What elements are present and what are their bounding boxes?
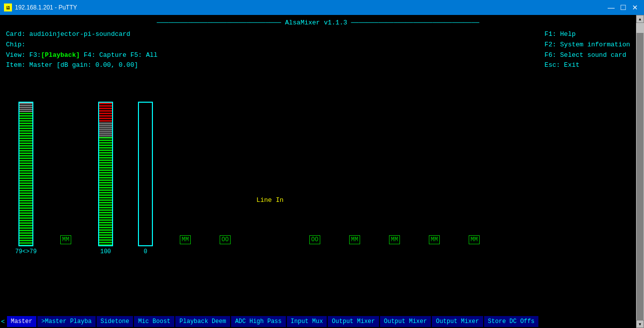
- header-left: Card: audioinjector-pi-soundcard Chip: V…: [6, 29, 157, 79]
- view-line: View: F3:[Playback] F4: Capture F5: All: [6, 50, 157, 61]
- tab-playback-deem[interactable]: Playback Deem: [175, 316, 230, 327]
- status-mm-2: MM: [180, 235, 191, 244]
- status-mm-6: MM: [469, 235, 480, 244]
- card-value: audioinjector-pi-soundcard: [29, 30, 130, 38]
- tab-adc-high-pass[interactable]: ADC High Pass: [231, 316, 286, 327]
- minimize-button[interactable]: —: [606, 2, 616, 12]
- terminal: ──────────────────────────────── AlsaMix…: [0, 15, 644, 328]
- item-value: Master [dB gain: 0.00, 0.00]: [29, 61, 138, 69]
- card-label: Card:: [6, 30, 25, 38]
- tab-output-mixer-2[interactable]: Output Mixer: [380, 316, 431, 327]
- window-title: 192.168.1.201 - PuTTY: [15, 4, 77, 11]
- line-in-label: Line In: [257, 196, 284, 204]
- fader-mic-boost[interactable]: [138, 102, 153, 246]
- view-f3-val: [Playback]: [41, 51, 80, 59]
- terminal-main[interactable]: ──────────────────────────────── AlsaMix…: [0, 15, 636, 328]
- master-level: 79<>79: [15, 248, 36, 255]
- chip-line: Chip:: [6, 40, 157, 50]
- tab-mic-boost[interactable]: Mic Boost: [134, 316, 174, 327]
- channel-output-mixer-3: MM: [414, 97, 454, 255]
- title-bar-left: 🖥 192.168.1.201 - PuTTY: [4, 3, 77, 11]
- view-f4: F4: Capture: [84, 51, 127, 59]
- channel-output-mixer-2: MM: [375, 97, 414, 255]
- help-f1: F1: Help: [544, 29, 630, 40]
- scrollbar-thumb[interactable]: [637, 23, 644, 33]
- close-button[interactable]: ✕: [630, 2, 640, 12]
- header-right: F1: Help F2: System information F6: Sele…: [544, 29, 630, 79]
- chip-label: Chip:: [6, 41, 25, 48]
- status-oo-1: OO: [220, 235, 231, 244]
- status-mm-5: MM: [429, 235, 440, 244]
- sidetone-level: 100: [100, 248, 111, 255]
- tab-output-mixer-1[interactable]: Output Mixer: [328, 316, 379, 327]
- channels-area: 79<>79 MM 100: [6, 81, 630, 270]
- channel-output-mixer-1: MM: [335, 97, 375, 255]
- help-f2: F2: System information: [544, 40, 630, 50]
- view-f5: F5: All: [130, 51, 158, 59]
- view-label: View:: [6, 51, 25, 59]
- maximize-button[interactable]: ☐: [618, 2, 628, 12]
- tab-master-playba[interactable]: >Master Playba: [37, 316, 96, 327]
- tab-sidetone[interactable]: Sidetone: [97, 316, 133, 327]
- fader-sidetone[interactable]: [98, 102, 113, 246]
- tab-input-mux[interactable]: Input Mux: [287, 316, 327, 327]
- scrollbar: ▲ ▼: [636, 15, 644, 328]
- channel-master: 79<>79: [6, 102, 46, 255]
- title-bar: 🖥 192.168.1.201 - PuTTY — ☐ ✕: [0, 0, 644, 15]
- help-esc: Esc: Exit: [544, 60, 630, 71]
- channel-master-playback: MM: [46, 97, 86, 255]
- channel-input-mux: OO: [295, 97, 335, 255]
- header-section: Card: audioinjector-pi-soundcard Chip: V…: [6, 29, 630, 79]
- scrollbar-down-button[interactable]: ▼: [636, 320, 644, 328]
- alsamixer-title: ──────────────────────────────── AlsaMix…: [6, 19, 630, 26]
- fader-master[interactable]: [18, 102, 33, 246]
- scrollbar-track: [637, 23, 644, 320]
- channel-line-in: Line In: [245, 97, 295, 255]
- scrollbar-up-button[interactable]: ▲: [636, 15, 644, 23]
- channel-playback-deem: MM: [165, 97, 205, 255]
- card-line: Card: audioinjector-pi-soundcard: [6, 29, 157, 40]
- tab-output-mixer-3[interactable]: Output Mixer: [432, 316, 483, 327]
- status-mm-3: MM: [349, 235, 360, 244]
- putty-icon: 🖥: [4, 3, 12, 11]
- item-label: Item:: [6, 61, 25, 69]
- status-oo-2: OO: [309, 235, 320, 244]
- status-mm-4: MM: [389, 235, 400, 244]
- help-f6: F6: Select sound card: [544, 50, 630, 61]
- tab-bar: < Master >Master Playba Sidetone Mic Boo…: [0, 315, 628, 328]
- mic-boost-level: 0: [143, 248, 147, 255]
- tab-store-dc-offs[interactable]: Store DC Offs: [484, 316, 539, 327]
- channel-sidetone: 100: [86, 102, 126, 255]
- window-controls: — ☐ ✕: [606, 2, 640, 12]
- channel-adc-high-pass: OO: [205, 97, 245, 255]
- tab-left-arrow[interactable]: <: [0, 318, 6, 326]
- tab-master[interactable]: Master: [7, 316, 36, 327]
- status-mm-1: MM: [60, 235, 71, 244]
- channel-store-dc-offs: MM: [454, 97, 494, 255]
- channel-mic-boost: 0: [126, 102, 165, 255]
- item-line: Item: Master [dB gain: 0.00, 0.00]: [6, 60, 157, 71]
- view-f3: F3:: [29, 51, 41, 59]
